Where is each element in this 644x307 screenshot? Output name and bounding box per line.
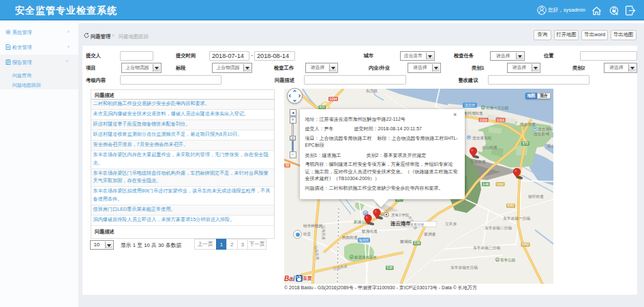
svg-text:东辛农场五分场: 东辛农场五分场 bbox=[450, 265, 478, 270]
svg-text:高公: 高公 bbox=[547, 144, 554, 148]
svg-text:特华种植园: 特华种植园 bbox=[303, 224, 322, 229]
svg-text:S262: S262 bbox=[507, 204, 515, 207]
svg-text:连云区: 连云区 bbox=[464, 103, 476, 108]
svg-text:S262: S262 bbox=[521, 243, 529, 246]
svg-text:徐圩街道: 徐圩街道 bbox=[528, 194, 544, 199]
svg-text:东辛农场三分场: 东辛农场三分场 bbox=[473, 246, 500, 250]
svg-text:新浦公园: 新浦公园 bbox=[354, 220, 369, 224]
svg-text:东辛公园: 东辛公园 bbox=[500, 258, 515, 263]
svg-text:沿海高速: 沿海高速 bbox=[321, 225, 326, 240]
svg-text:中云街道: 中云街道 bbox=[470, 160, 486, 164]
svg-text:航海街道: 航海街道 bbox=[362, 229, 378, 234]
svg-text:木: 木 bbox=[495, 259, 499, 262]
svg-text:木: 木 bbox=[481, 106, 485, 110]
svg-text:S262: S262 bbox=[496, 183, 504, 186]
svg-text:夏涧湫: 夏涧湫 bbox=[424, 232, 435, 237]
svg-text:立井乡: 立井乡 bbox=[445, 222, 457, 226]
svg-text:连云新城: 连云新城 bbox=[534, 132, 549, 136]
svg-text:站: 站 bbox=[380, 212, 384, 217]
svg-text:淮海工学院: 淮海工学院 bbox=[391, 213, 410, 218]
svg-text:新花湖风景区: 新花湖风景区 bbox=[354, 255, 378, 260]
svg-text:G310: G310 bbox=[496, 119, 504, 122]
svg-text:连云港市: 连云港市 bbox=[390, 220, 411, 226]
svg-text:S73: S73 bbox=[522, 142, 528, 145]
svg-text:10: 10 bbox=[285, 164, 289, 167]
svg-text:木: 木 bbox=[350, 256, 353, 259]
svg-text:东辛农场二分场: 东辛农场二分场 bbox=[485, 226, 512, 231]
svg-text:G204: G204 bbox=[329, 98, 337, 101]
svg-text:南城镇: 南城镇 bbox=[400, 239, 412, 244]
svg-text:M: M bbox=[364, 211, 367, 216]
svg-text:G30: G30 bbox=[386, 266, 393, 269]
svg-text:连云街道: 连云街道 bbox=[520, 122, 536, 127]
svg-text:连云港站: 连云港站 bbox=[538, 127, 553, 132]
svg-text:海州区: 海州区 bbox=[358, 238, 369, 243]
svg-text:朐阳街道: 朐阳街道 bbox=[342, 235, 358, 240]
svg-text:云山街道: 云山街道 bbox=[482, 145, 497, 150]
svg-text:G48: G48 bbox=[482, 183, 489, 186]
svg-text:连云港东站: 连云港东站 bbox=[472, 136, 492, 141]
svg-text:G30: G30 bbox=[414, 242, 420, 245]
svg-text:海州湾街道: 海州湾街道 bbox=[463, 111, 483, 116]
svg-text:东辛农场一分场: 东辛农场一分场 bbox=[503, 216, 530, 221]
svg-text:在海一方公园: 在海一方公园 bbox=[486, 106, 508, 111]
svg-text:G310: G310 bbox=[479, 119, 487, 122]
